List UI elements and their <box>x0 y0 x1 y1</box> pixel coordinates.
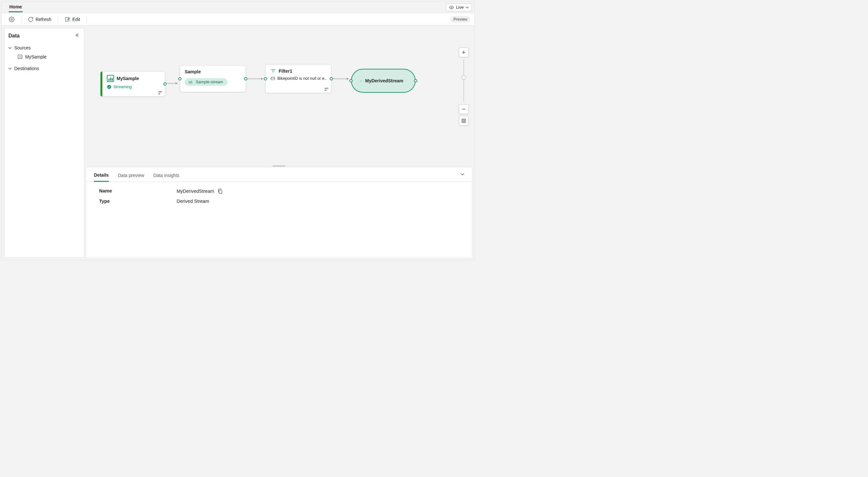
zoom-out-button[interactable] <box>459 104 469 114</box>
toolbar-separator <box>87 16 87 23</box>
bar-chart-icon <box>107 75 114 82</box>
node-sample[interactable]: Sample Sample-stream <box>180 65 246 92</box>
caret-down-icon <box>466 6 469 9</box>
input-port[interactable] <box>264 77 267 81</box>
node-filter[interactable]: Filter1 BikepointID is not null or e... <box>266 65 331 93</box>
chevron-down-icon <box>8 46 12 50</box>
source-item-mysample[interactable]: MySample <box>8 52 81 61</box>
stream-icon <box>360 78 362 83</box>
svg-rect-7 <box>219 190 222 193</box>
tab-data-preview[interactable]: Data preview <box>118 171 144 181</box>
node-menu-button[interactable] <box>158 91 162 94</box>
edge-mysample-to-sample <box>167 83 178 84</box>
column-icon <box>270 76 275 81</box>
chevron-down-icon <box>460 172 465 177</box>
stream-icon <box>188 80 193 85</box>
edge-filter-to-derived <box>333 79 349 79</box>
preview-badge: Preview <box>450 16 470 23</box>
eye-icon <box>449 5 454 10</box>
panel-splitter[interactable] <box>86 165 472 167</box>
bar-chart-icon <box>18 54 23 59</box>
node-derived-title: MyDerivedStream <box>365 78 403 83</box>
data-sidebar: Data Sources MySample <box>4 28 84 258</box>
zoom-control <box>459 48 469 126</box>
node-menu-button[interactable] <box>324 88 329 91</box>
collapse-panel-button[interactable] <box>459 171 466 178</box>
tab-details[interactable]: Details <box>94 171 109 182</box>
edge-sample-to-filter <box>248 79 264 79</box>
node-filter-title: Filter1 <box>279 68 292 73</box>
copy-icon[interactable] <box>217 188 223 194</box>
output-port[interactable] <box>414 79 417 82</box>
refresh-label: Refresh <box>35 17 51 22</box>
node-mysample-title: MySample <box>117 76 139 81</box>
input-port[interactable] <box>349 79 352 82</box>
zoom-thumb[interactable] <box>461 75 466 80</box>
collapse-sidebar-button[interactable] <box>73 32 81 39</box>
graph-canvas[interactable]: MySample Streaming Sample <box>86 28 472 165</box>
svg-point-1 <box>11 19 12 20</box>
sample-pill-label: Sample-stream <box>196 80 223 84</box>
live-label: Live <box>456 5 464 10</box>
filter-icon <box>270 68 276 74</box>
svg-rect-4 <box>463 120 465 122</box>
tab-data-insights[interactable]: Data insights <box>153 171 180 181</box>
node-derived-stream[interactable]: MyDerivedStream <box>351 69 415 93</box>
source-item-label: MySample <box>25 54 46 59</box>
chevron-down-icon <box>8 66 12 71</box>
destinations-label: Destinations <box>14 66 39 71</box>
sidebar-title: Data <box>8 33 81 39</box>
sources-label: Sources <box>14 45 31 50</box>
plus-icon <box>461 50 466 55</box>
refresh-button[interactable]: Refresh <box>28 17 51 22</box>
zoom-slider[interactable] <box>463 60 464 102</box>
minus-icon <box>461 107 466 112</box>
node-sample-title: Sample <box>185 69 201 74</box>
output-port[interactable] <box>330 77 333 81</box>
destinations-group-toggle[interactable]: Destinations <box>8 64 81 73</box>
sample-stream-pill[interactable]: Sample-stream <box>185 78 228 86</box>
live-dropdown[interactable]: Live <box>446 4 472 11</box>
details-type-value: Derived Stream <box>177 199 209 204</box>
svg-rect-6 <box>271 77 275 80</box>
details-name-value: MyDerivedStream <box>177 188 214 194</box>
fit-icon <box>461 119 466 123</box>
details-panel: Details Data preview Data insights Name … <box>86 167 472 258</box>
output-port[interactable] <box>244 77 247 81</box>
gear-icon <box>9 17 14 22</box>
edit-label: Edit <box>72 17 80 22</box>
output-port[interactable] <box>163 82 166 86</box>
node-mysample[interactable]: MySample Streaming <box>100 71 165 96</box>
svg-rect-3 <box>462 119 466 123</box>
edit-icon <box>65 17 70 22</box>
svg-point-0 <box>451 7 452 8</box>
settings-button[interactable] <box>9 17 14 22</box>
edit-button[interactable]: Edit <box>65 17 80 22</box>
node-filter-rule: BikepointID is not null or e... <box>277 76 327 81</box>
node-mysample-status: Streaming <box>113 85 132 89</box>
toolbar-separator <box>21 16 21 23</box>
input-port[interactable] <box>178 77 182 81</box>
tab-home[interactable]: Home <box>9 2 23 12</box>
check-circle-icon <box>107 85 112 89</box>
zoom-in-button[interactable] <box>459 48 469 57</box>
chevron-double-left-icon <box>74 33 80 38</box>
zoom-fit-button[interactable] <box>459 116 469 126</box>
refresh-icon <box>28 17 34 22</box>
details-name-label: Name <box>99 188 164 194</box>
sources-group-toggle[interactable]: Sources <box>8 43 81 52</box>
details-type-label: Type <box>99 199 164 204</box>
